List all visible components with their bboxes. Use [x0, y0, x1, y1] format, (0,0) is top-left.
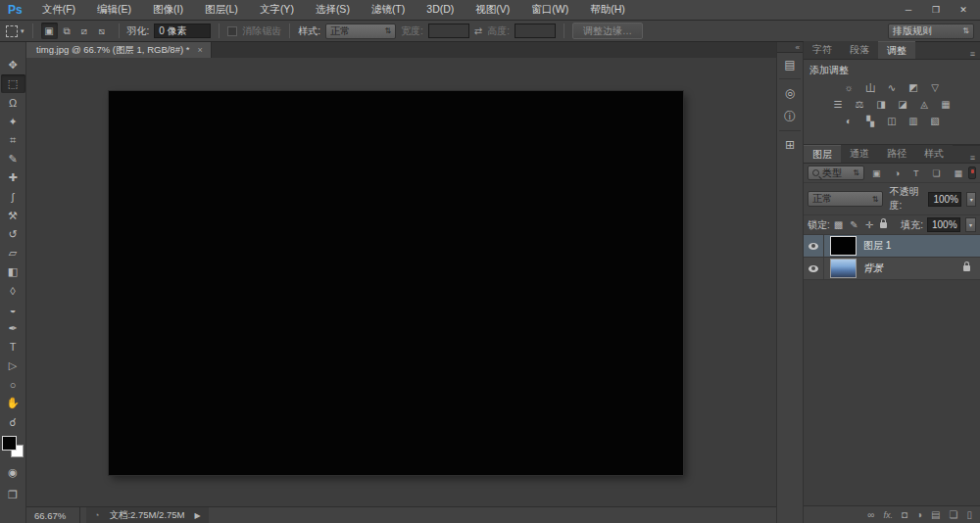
new-group-icon[interactable]: ▤	[931, 509, 940, 520]
layer-filter-dropdown[interactable]: 类型 ⇅	[808, 166, 864, 180]
menu-item[interactable]: 选择(S)	[305, 3, 361, 17]
layer-filter-toggle[interactable]	[968, 166, 976, 179]
intersect-selection-icon[interactable]: ⧅	[94, 23, 111, 39]
lock-transparent-pixels-icon[interactable]: ▩	[834, 219, 843, 230]
vibrance-icon[interactable]: ▽	[927, 80, 944, 95]
layer-row-background[interactable]: 背景	[804, 258, 980, 280]
black-white-icon[interactable]: ◨	[873, 97, 890, 112]
lock-all-icon[interactable]	[880, 222, 887, 228]
layer-name[interactable]: 图层 1	[863, 239, 891, 253]
invert-icon[interactable]: ◐	[841, 114, 858, 128]
menu-item[interactable]: 文字(Y)	[249, 3, 305, 17]
screen-mode-button[interactable]: ❐	[1, 486, 25, 504]
healing-brush-tool[interactable]: ✚	[1, 168, 25, 187]
menu-item[interactable]: 图层(L)	[194, 3, 249, 17]
layer-row-layer-1[interactable]: 图层 1	[804, 235, 980, 258]
swap-width-height-icon[interactable]: ⇄	[474, 25, 482, 36]
tab-styles[interactable]: 样式	[915, 145, 953, 163]
menu-item[interactable]: 滤镜(T)	[361, 3, 416, 17]
antialias-checkbox[interactable]	[227, 26, 237, 36]
type-tool[interactable]: T	[1, 338, 25, 357]
tab-channels[interactable]: 通道	[841, 145, 878, 163]
blur-tool[interactable]: ◊	[1, 281, 25, 300]
brush-tool[interactable]: ʃ	[1, 187, 25, 206]
eye-icon[interactable]	[808, 243, 818, 250]
workspace-dropdown[interactable]: 排版规则 ⇅	[888, 24, 974, 39]
menu-item[interactable]: 视图(V)	[465, 3, 520, 17]
filter-smart-objects-icon[interactable]: ▦	[954, 168, 962, 178]
quick-mask-button[interactable]: ◉	[1, 463, 25, 482]
lock-image-pixels-icon[interactable]: ✎	[850, 219, 858, 230]
document-tab[interactable]: timg.jpg @ 66.7% (图层 1, RGB/8#) * ×	[26, 42, 212, 58]
rectangular-marquee-tool[interactable]: ⬚	[1, 74, 25, 93]
link-layers-icon[interactable]: ∞	[867, 509, 874, 520]
add-layer-mask-icon[interactable]: ◘	[902, 509, 907, 520]
status-options-arrow[interactable]: ▶	[195, 511, 201, 520]
menu-item[interactable]: 图像(I)	[142, 3, 194, 17]
menu-item[interactable]: 文件(F)	[31, 3, 86, 17]
photo-filter-icon[interactable]: ◪	[895, 97, 911, 112]
new-adjustment-layer-icon[interactable]: ◑	[916, 509, 922, 520]
expand-panels-button[interactable]: «	[777, 42, 803, 53]
subtract-from-selection-icon[interactable]: ⧄	[76, 23, 93, 39]
path-selection-tool[interactable]: ▷	[1, 357, 25, 375]
lock-position-icon[interactable]: ✛	[865, 219, 873, 230]
filter-adjustment-layers-icon[interactable]: ◑	[895, 168, 900, 178]
add-to-selection-icon[interactable]: ⧉	[59, 23, 75, 39]
move-tool[interactable]: ✥	[1, 56, 25, 74]
zoom-level-field[interactable]: 66.67%	[34, 510, 74, 521]
tab-paths[interactable]: 路径	[878, 145, 915, 163]
filter-type-layers-icon[interactable]: T	[913, 168, 919, 178]
gradient-tool[interactable]: ◧	[1, 262, 25, 281]
history-brush-tool[interactable]: ↺	[1, 225, 25, 244]
blend-mode-dropdown[interactable]: 正常 ⇅	[808, 191, 883, 207]
channel-mixer-icon[interactable]: ◬	[916, 97, 933, 112]
tool-preset-picker[interactable]: ▾	[6, 25, 24, 37]
menu-item[interactable]: 帮助(H)	[579, 3, 636, 17]
opacity-dropdown-arrow[interactable]: ▾	[966, 192, 976, 207]
width-input[interactable]	[428, 24, 469, 38]
menu-item[interactable]: 编辑(E)	[86, 3, 142, 17]
delete-layer-icon[interactable]: ▯	[966, 509, 972, 520]
visibility-cell[interactable]	[804, 235, 824, 257]
tab-paragraph[interactable]: 段落	[841, 41, 878, 59]
zoom-tool[interactable]: ☌	[1, 413, 25, 432]
new-layer-icon[interactable]: ❏	[950, 509, 958, 520]
foreground-color-swatch[interactable]	[2, 436, 17, 451]
clone-stamp-tool[interactable]: ⚒	[1, 207, 25, 225]
new-selection-icon[interactable]: ▣	[41, 23, 58, 39]
lasso-tool[interactable]: Ω	[1, 93, 25, 112]
gradient-map-icon[interactable]: ▥	[906, 114, 922, 128]
tab-layers[interactable]: 图层	[804, 145, 841, 163]
layer-thumbnail[interactable]	[830, 259, 857, 278]
hand-tool[interactable]: ✋	[1, 394, 25, 412]
tab-adjustments[interactable]: 调整	[878, 41, 915, 59]
layer-style-icon[interactable]: fx.	[883, 510, 893, 520]
fill-input[interactable]: 100%	[927, 217, 960, 232]
minimize-button[interactable]: ─	[896, 3, 921, 18]
crop-tool[interactable]: ⌗	[1, 131, 25, 150]
feather-input[interactable]: 0 像素	[154, 24, 211, 38]
brightness-contrast-icon[interactable]: ☼	[841, 80, 858, 95]
color-swatches[interactable]	[2, 436, 24, 457]
panel-menu-icon[interactable]: ≡	[970, 153, 980, 163]
posterize-icon[interactable]: ▚	[862, 114, 879, 128]
history-panel-icon[interactable]: ▤	[777, 53, 803, 76]
canvas-image[interactable]	[109, 91, 683, 475]
levels-icon[interactable]: 山	[862, 80, 879, 95]
fill-dropdown-arrow[interactable]: ▾	[965, 217, 976, 232]
eyedropper-tool[interactable]: ✎	[1, 150, 25, 168]
pen-tool[interactable]: ✒	[1, 319, 25, 338]
tab-character[interactable]: 字符	[804, 41, 841, 59]
refine-edge-button[interactable]: 调整边缘…	[572, 23, 643, 39]
hue-saturation-icon[interactable]: ☰	[830, 97, 847, 112]
filter-pixel-layers-icon[interactable]: ▣	[872, 168, 881, 178]
restore-button[interactable]: ❐	[923, 3, 949, 18]
filter-shape-layers-icon[interactable]: ❏	[932, 168, 940, 178]
layer-name[interactable]: 背景	[863, 262, 883, 275]
opacity-input[interactable]: 100%	[928, 192, 961, 207]
dodge-tool[interactable]: ◒	[1, 300, 25, 318]
style-dropdown[interactable]: 正常 ⇅	[325, 24, 396, 39]
visibility-cell[interactable]	[804, 258, 824, 279]
quick-selection-tool[interactable]: ✦	[1, 113, 25, 131]
